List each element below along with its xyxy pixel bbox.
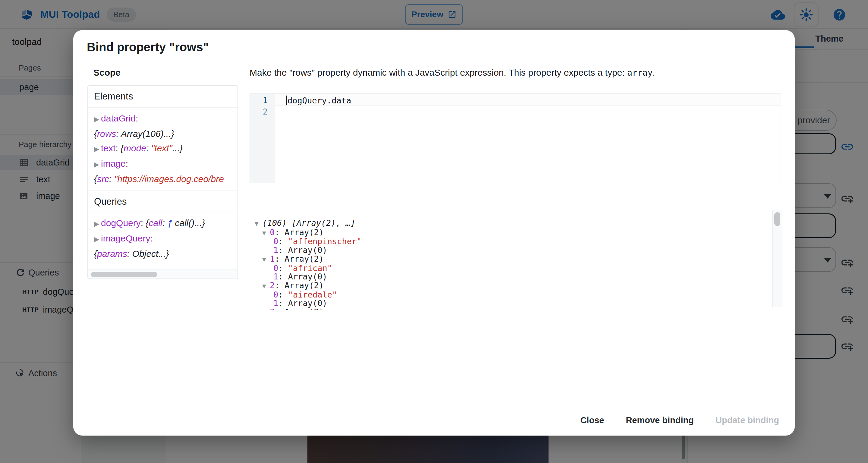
token: Array(106)...} bbox=[121, 129, 174, 138]
queries-tree[interactable]: ▶ dogQuery: {call: ƒ call()...}▶ imageQu… bbox=[88, 212, 238, 265]
token: ▼ bbox=[262, 282, 270, 290]
line-number: 2 bbox=[250, 107, 268, 116]
tree-line: {params: Object...} bbox=[94, 247, 238, 261]
token: 1 bbox=[273, 299, 278, 308]
scope-label: Scope bbox=[93, 67, 121, 78]
token: image bbox=[101, 159, 126, 168]
token: { bbox=[94, 129, 97, 138]
js-expression-editor[interactable]: 1 2 dogQuery.data bbox=[250, 93, 781, 183]
token: { bbox=[146, 218, 149, 228]
bind-property-dialog: Bind property "rows" Scope Elements ▶ da… bbox=[73, 30, 795, 436]
token: Object...} bbox=[132, 249, 169, 259]
scrollbar-thumb[interactable] bbox=[774, 212, 780, 226]
tree-line: 0: "airedale" bbox=[255, 290, 767, 299]
scope-explorer: Elements ▶ dataGrid:{rows: Array(106)...… bbox=[87, 85, 238, 279]
token: : Array(2) bbox=[275, 281, 324, 290]
elements-tree[interactable]: ▶ dataGrid:{rows: Array(106)...}▶ text: … bbox=[88, 107, 238, 190]
tree-line: ▼ (106) [Array(2), …] bbox=[255, 219, 767, 228]
token: ▼ bbox=[262, 309, 270, 310]
token: : bbox=[162, 218, 167, 228]
elements-header: Elements bbox=[88, 86, 238, 107]
token: ƒ bbox=[167, 218, 175, 228]
tree-line: 0: "affenpinscher" bbox=[255, 237, 767, 246]
token: : bbox=[278, 264, 288, 273]
token: text bbox=[101, 143, 116, 153]
dialog-title: Bind property "rows" bbox=[87, 40, 209, 54]
tree-line: ▼ 3: Array(2) bbox=[255, 308, 767, 310]
token: { bbox=[121, 143, 124, 153]
token: call bbox=[149, 218, 162, 228]
token: 1 bbox=[270, 254, 275, 264]
token: (106) [Array(2), …] bbox=[262, 219, 355, 227]
token: : bbox=[127, 249, 132, 259]
close-button[interactable]: Close bbox=[578, 413, 606, 428]
token: dogQuery bbox=[101, 218, 141, 228]
tree-line: {rows: Array(106)...} bbox=[94, 127, 238, 141]
token: : Array(2) bbox=[275, 227, 324, 237]
token: : bbox=[116, 129, 121, 138]
token: { bbox=[94, 249, 97, 259]
text-cursor bbox=[286, 96, 287, 105]
expression-result-tree[interactable]: ▼ (106) [Array(2), …]▼ 0: Array(2)0: "af… bbox=[255, 219, 767, 310]
tree-line: 1: Array(0) bbox=[255, 299, 767, 308]
result-scrollbar[interactable] bbox=[772, 210, 782, 307]
token: : Array(2) bbox=[275, 254, 324, 264]
token: : Array(0) bbox=[278, 299, 327, 308]
scrollbar-thumb[interactable] bbox=[91, 272, 157, 277]
token: : bbox=[116, 143, 121, 153]
token: rows bbox=[97, 129, 116, 138]
token: : bbox=[126, 159, 128, 168]
queries-header: Queries bbox=[88, 190, 238, 212]
token: : bbox=[278, 237, 288, 246]
token: "text" bbox=[151, 143, 173, 153]
tree-line: {src: "https://images.dog.ceo/bre bbox=[94, 172, 238, 186]
token: : Array(2) bbox=[275, 307, 324, 310]
token: ▶ bbox=[94, 116, 101, 123]
token: ▼ bbox=[255, 220, 262, 227]
token: mode bbox=[124, 143, 146, 153]
dialog-actions: Close Remove binding Update binding bbox=[578, 413, 781, 428]
token: ▼ bbox=[262, 256, 270, 263]
tree-line: 1: Array(0) bbox=[255, 246, 767, 255]
token: : bbox=[150, 233, 153, 243]
editor-code[interactable]: dogQuery.data bbox=[287, 96, 351, 105]
token: : bbox=[135, 113, 138, 123]
token: { bbox=[94, 174, 97, 184]
token: ▶ bbox=[94, 161, 101, 168]
token: "https://images.dog.ceo/bre bbox=[114, 174, 224, 184]
expected-type: array bbox=[627, 68, 652, 78]
token: : bbox=[278, 290, 288, 299]
line-number: 1 bbox=[250, 96, 268, 105]
token: ▶ bbox=[94, 236, 101, 243]
horizontal-scrollbar[interactable] bbox=[88, 270, 238, 279]
token: dataGrid bbox=[101, 113, 135, 123]
token: : bbox=[141, 218, 146, 228]
token: ...} bbox=[172, 143, 183, 153]
token: : Array(0) bbox=[278, 245, 327, 255]
tree-line: 0: "african" bbox=[255, 264, 767, 273]
dialog-description: Make the "rows" property dynamic with a … bbox=[250, 67, 655, 78]
token: ▶ bbox=[94, 220, 101, 227]
token: "african" bbox=[288, 264, 332, 273]
tree-line: ▶ image: bbox=[94, 156, 238, 172]
token: 0 bbox=[273, 290, 278, 299]
description-text: Make the "rows" property dynamic with a … bbox=[250, 67, 627, 78]
token: "affenpinscher" bbox=[288, 237, 362, 246]
token: 2 bbox=[270, 281, 275, 290]
update-binding-button[interactable]: Update binding bbox=[714, 413, 781, 428]
tree-line: ▶ dogQuery: {call: ƒ call()...} bbox=[94, 216, 238, 231]
token: : Array(0) bbox=[278, 272, 327, 281]
token: ▶ bbox=[94, 145, 101, 153]
tree-line: ▶ text: {mode: "text"...} bbox=[94, 141, 238, 156]
token: 0 bbox=[273, 237, 278, 246]
tree-line: ▼ 0: Array(2) bbox=[255, 228, 767, 238]
token: : bbox=[146, 143, 151, 153]
token: ▼ bbox=[262, 229, 270, 237]
token: src bbox=[97, 174, 109, 184]
token: : bbox=[109, 174, 114, 184]
token: params bbox=[97, 249, 127, 259]
tree-line: ▼ 2: Array(2) bbox=[255, 281, 767, 290]
remove-binding-button[interactable]: Remove binding bbox=[624, 413, 695, 428]
tree-line: ▼ 1: Array(2) bbox=[255, 255, 767, 264]
token: 0 bbox=[273, 264, 278, 273]
